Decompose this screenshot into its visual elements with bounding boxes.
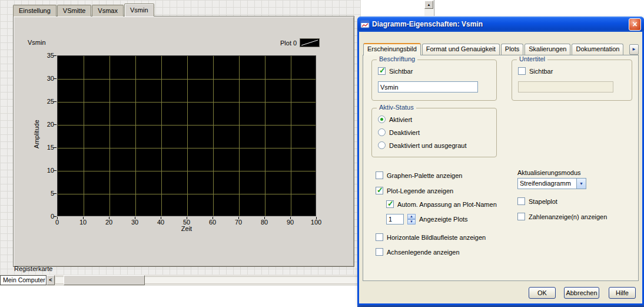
gridline-horizontal bbox=[58, 102, 316, 103]
x-tick-label: 0 bbox=[49, 219, 65, 226]
x-tick-mark bbox=[316, 217, 317, 219]
checkbox-achsenlegende[interactable]: Achsenlegende anzeigen bbox=[376, 248, 460, 256]
x-tick-label: 20 bbox=[101, 219, 117, 226]
checkbox-box[interactable] bbox=[376, 248, 383, 256]
chart-plot-area[interactable] bbox=[57, 55, 316, 216]
checkbox-box[interactable] bbox=[376, 171, 383, 179]
x-tick-mark bbox=[213, 217, 213, 219]
radio-aktiviert[interactable]: Aktiviert bbox=[378, 115, 412, 123]
tab-scroll-right-button[interactable]: ► bbox=[629, 44, 639, 55]
checkbox-plot-legende[interactable]: Plot-Legende anzeigen bbox=[376, 187, 453, 194]
dialog-titlebar[interactable]: Diagramm-Eigenschaften: Vsmin × bbox=[357, 16, 644, 32]
mein-computer-dropdown-button[interactable]: < bbox=[47, 275, 55, 285]
y-tick-mark bbox=[54, 170, 57, 171]
gridline-vertical bbox=[109, 56, 110, 216]
y-tick-label: 20 bbox=[40, 121, 54, 128]
help-button[interactable]: Hilfe bbox=[609, 287, 636, 299]
gridline-vertical bbox=[239, 56, 240, 216]
beschriftung-text-field[interactable] bbox=[378, 81, 478, 93]
checkbox-label: Zahlenanzeige(n) anzeigen bbox=[529, 213, 607, 220]
checkbox-label: Stapelplot bbox=[529, 198, 557, 205]
left-tab-vsmitte[interactable]: VSmitte bbox=[57, 5, 92, 16]
radio-button[interactable] bbox=[378, 128, 386, 136]
radio-button[interactable] bbox=[378, 141, 386, 149]
checkbox-box[interactable] bbox=[517, 213, 525, 220]
radio-label: Aktiviert bbox=[389, 116, 412, 123]
x-axis-label: Zeit bbox=[175, 225, 198, 232]
tab-page-erscheinungsbild: Beschriftung Sichtbar Untertitel Sichtba… bbox=[363, 55, 639, 281]
radio-deaktiviert-und-ausgegraut[interactable]: Deaktiviert und ausgegraut bbox=[378, 141, 466, 149]
checkbox-box[interactable] bbox=[376, 233, 383, 241]
checkbox-autom-anpassung[interactable]: Autom. Anpassung an Plot-Namen bbox=[386, 200, 497, 208]
chevron-left-icon: < bbox=[49, 277, 52, 283]
x-tick-mark bbox=[187, 217, 187, 219]
checkbox-box[interactable] bbox=[518, 67, 526, 75]
horizontal-scrollbar-thumb[interactable] bbox=[64, 275, 145, 285]
gridline-horizontal bbox=[58, 125, 316, 126]
left-tab-vsmin[interactable]: Vsmin bbox=[124, 4, 154, 16]
dropdown-arrow-icon[interactable]: ▼ bbox=[576, 179, 586, 189]
x-tick-mark bbox=[109, 217, 109, 219]
x-tick-label: 100 bbox=[308, 219, 324, 226]
checkbox-box[interactable] bbox=[517, 197, 525, 205]
ok-button[interactable]: OK bbox=[529, 287, 556, 299]
radio-deaktiviert[interactable]: Deaktiviert bbox=[378, 128, 420, 136]
left-tab-einstellung[interactable]: Einstellung bbox=[13, 5, 57, 16]
close-button[interactable]: × bbox=[629, 18, 641, 31]
dialog-window: Diagramm-Eigenschaften: Vsmin × Erschein… bbox=[357, 16, 644, 305]
checkbox-box[interactable] bbox=[386, 200, 394, 208]
y-tick-label: 30 bbox=[40, 75, 54, 82]
dialog-tab-format-und-genauigkeit[interactable]: Format und Genauigkeit bbox=[422, 44, 500, 55]
mein-computer-selector[interactable]: Mein Computer bbox=[0, 275, 47, 285]
dialog-tab-plots[interactable]: Plots bbox=[501, 44, 523, 55]
spin-down-icon[interactable]: ▼ bbox=[407, 219, 416, 225]
checkbox-box[interactable] bbox=[378, 67, 386, 75]
checkbox-horizontale-bildlaufleiste[interactable]: Horizontale Bildlaufleiste anzeigen bbox=[376, 233, 486, 241]
gridline-vertical bbox=[135, 56, 136, 216]
gridline-vertical bbox=[265, 56, 265, 216]
dialog-tab-bar: ErscheinungsbildFormat und GenauigkeitPl… bbox=[363, 43, 625, 55]
checkbox-label: Autom. Anpassung an Plot-Namen bbox=[397, 201, 497, 208]
plot-legend-sample[interactable] bbox=[300, 38, 320, 47]
angezeigte-plots-label: Angezeigte Plots bbox=[419, 216, 468, 223]
aktualisierungsmodus-dropdown[interactable]: Streifendiagramm ▼ bbox=[517, 178, 586, 189]
spin-up-icon[interactable]: ▲ bbox=[407, 214, 416, 219]
x-tick-mark bbox=[290, 217, 291, 219]
gridline-horizontal bbox=[58, 148, 316, 148]
radio-button[interactable] bbox=[378, 115, 386, 123]
x-tick-label: 10 bbox=[75, 219, 91, 226]
group-aktiv-status: Aktiv-Status AktiviertDeaktiviertDeaktiv… bbox=[371, 108, 497, 157]
left-tab-vsmax[interactable]: Vsmax bbox=[92, 5, 124, 16]
gridline-vertical bbox=[187, 56, 188, 216]
y-tick-label: 25 bbox=[40, 98, 54, 105]
checkbox-label: Sichtbar bbox=[389, 68, 413, 75]
close-icon: × bbox=[632, 19, 637, 29]
checkbox-beschriftung-sichtbar[interactable]: Sichtbar bbox=[378, 67, 413, 75]
angezeigte-plots-input[interactable] bbox=[386, 214, 404, 225]
plot-legend[interactable]: Plot 0 bbox=[280, 38, 320, 47]
dialog-tab-erscheinungsbild[interactable]: Erscheinungsbild bbox=[363, 43, 421, 55]
checkbox-stapelplot[interactable]: Stapelplot bbox=[517, 197, 557, 205]
checkbox-graphen-palette[interactable]: Graphen-Palette anzeigen bbox=[376, 171, 462, 179]
angezeigte-plots-spinner[interactable]: ▲ ▼ bbox=[407, 214, 416, 225]
checkbox-zahlenanzeige[interactable]: Zahlenanzeige(n) anzeigen bbox=[517, 213, 607, 220]
gridline-vertical bbox=[161, 56, 162, 216]
checkbox-untertitel-sichtbar[interactable]: Sichtbar bbox=[518, 67, 553, 75]
checkbox-box[interactable] bbox=[376, 187, 383, 194]
x-tick-mark bbox=[135, 217, 135, 219]
plot-line-icon bbox=[300, 39, 319, 47]
scroll-up-button[interactable]: ▲ bbox=[424, 1, 433, 9]
dialog-icon bbox=[360, 19, 370, 29]
checkbox-label: Sichtbar bbox=[529, 68, 553, 75]
aktiv-status-options: AktiviertDeaktiviertDeaktiviert und ausg… bbox=[372, 108, 496, 157]
x-tick-label: 90 bbox=[283, 219, 298, 226]
vertical-scrollbar-track[interactable] bbox=[424, 9, 433, 16]
chevron-right-icon: ► bbox=[632, 47, 636, 52]
dialog-tab-dokumentation[interactable]: Dokumentation bbox=[572, 44, 623, 55]
radio-label: Deaktiviert und ausgegraut bbox=[389, 142, 466, 149]
gridline-horizontal bbox=[58, 79, 316, 80]
dialog-client-area: ErscheinungsbildFormat und GenauigkeitPl… bbox=[359, 32, 642, 303]
dialog-tab-skalierungen[interactable]: Skalierungen bbox=[525, 44, 570, 55]
radio-label: Deaktiviert bbox=[389, 129, 420, 136]
cancel-button[interactable]: Abbrechen bbox=[564, 287, 599, 299]
